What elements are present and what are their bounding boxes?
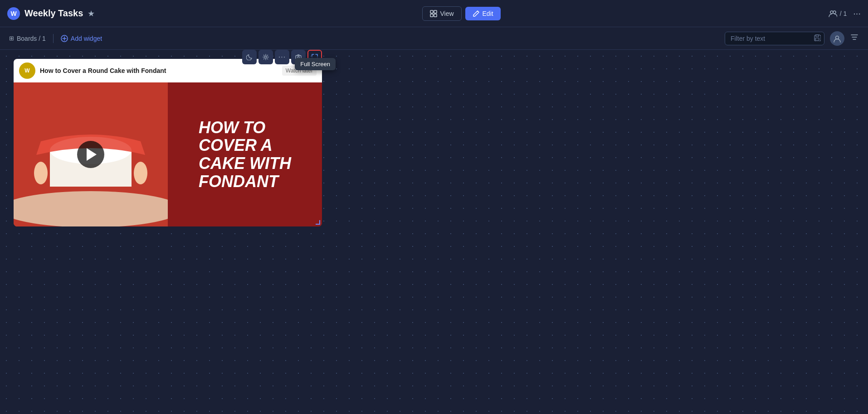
settings-icon bbox=[263, 54, 269, 60]
boards-nav[interactable]: ⊞ Boards / 1 bbox=[9, 35, 46, 42]
edit-icon bbox=[473, 10, 480, 17]
svg-point-15 bbox=[265, 56, 267, 58]
svg-rect-2 bbox=[430, 14, 433, 17]
filter-input-wrapper bbox=[725, 32, 824, 45]
add-widget-button[interactable]: Add widget bbox=[61, 35, 102, 42]
widget-toolbar: ··· Full Screen bbox=[242, 50, 322, 64]
header-right: / 1 ··· bbox=[828, 8, 861, 19]
video-thumbnail: HOW TO COVER A CAKE WITH FONDANT bbox=[14, 82, 322, 226]
play-triangle bbox=[87, 148, 97, 161]
toolbar-left: ⊞ Boards / 1 Add widget bbox=[9, 34, 102, 43]
settings-button[interactable] bbox=[258, 50, 273, 64]
add-icon bbox=[61, 35, 68, 42]
video-container: W How to Cover a Round Cake with Fondant… bbox=[14, 59, 322, 226]
moon-icon bbox=[246, 54, 253, 60]
more-options-icon[interactable]: ··· bbox=[853, 8, 861, 19]
filter-input[interactable] bbox=[725, 32, 824, 45]
video-right-side: HOW TO COVER A CAKE WITH FONDANT bbox=[168, 82, 322, 226]
play-button[interactable] bbox=[77, 141, 104, 168]
svg-point-19 bbox=[14, 191, 168, 226]
view-icon bbox=[430, 10, 437, 17]
edit-button[interactable]: Edit bbox=[465, 7, 501, 20]
page-title: Weekly Tasks bbox=[24, 8, 83, 19]
star-icon[interactable]: ★ bbox=[88, 9, 95, 19]
toolbar-divider bbox=[53, 34, 54, 43]
view-button[interactable]: View bbox=[422, 6, 461, 21]
fullscreen-btn-wrapper: Full Screen bbox=[307, 50, 322, 64]
resize-handle[interactable] bbox=[316, 220, 321, 226]
video-title: How to Cover a Round Cake with Fondant bbox=[40, 67, 166, 74]
svg-point-5 bbox=[833, 11, 836, 14]
board-icon: ⊞ bbox=[9, 35, 14, 42]
svg-rect-0 bbox=[430, 10, 433, 13]
video-left-side bbox=[14, 82, 168, 226]
boards-label: Boards / 1 bbox=[17, 35, 46, 42]
fullscreen-tooltip: Full Screen bbox=[295, 58, 336, 70]
save-filter-icon[interactable] bbox=[814, 34, 821, 43]
toolbar: ⊞ Boards / 1 Add widget bbox=[0, 27, 868, 50]
app-logo: W bbox=[7, 7, 20, 20]
moon-button[interactable] bbox=[242, 50, 257, 64]
avatar-icon bbox=[833, 34, 841, 43]
members-badge: / 1 bbox=[828, 9, 847, 18]
channel-logo: W bbox=[19, 63, 35, 79]
header-center: View Edit bbox=[422, 6, 500, 21]
svg-point-4 bbox=[830, 11, 833, 14]
header-left: W Weekly Tasks ★ bbox=[7, 7, 95, 20]
toolbar-right bbox=[725, 31, 859, 46]
app-header: W Weekly Tasks ★ View Edit bbox=[0, 0, 868, 27]
video-text-overlay: HOW TO COVER A CAKE WITH FONDANT bbox=[199, 119, 291, 190]
main-content: ··· Full Screen bbox=[0, 50, 868, 414]
svg-rect-3 bbox=[434, 14, 437, 17]
members-icon bbox=[828, 9, 837, 18]
filter-options-icon[interactable] bbox=[850, 33, 859, 44]
svg-rect-1 bbox=[434, 10, 437, 13]
more-widget-button[interactable]: ··· bbox=[275, 50, 289, 64]
svg-rect-9 bbox=[816, 35, 819, 37]
video-widget: ··· Full Screen bbox=[14, 59, 322, 226]
user-avatar[interactable] bbox=[830, 31, 844, 46]
svg-point-23 bbox=[34, 162, 48, 184]
svg-point-24 bbox=[134, 162, 147, 184]
svg-rect-10 bbox=[815, 38, 819, 40]
